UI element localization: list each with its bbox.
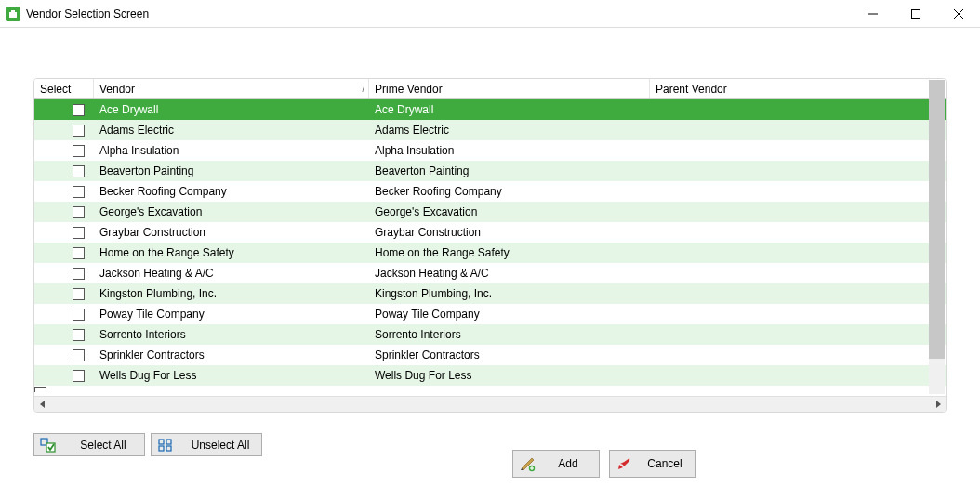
titlebar: Vendor Selection Screen	[0, 0, 980, 28]
table-row[interactable]: Becker Roofing CompanyBecker Roofing Com…	[34, 181, 946, 202]
row-checkbox-cell[interactable]	[34, 161, 94, 181]
row-checkbox-cell[interactable]	[34, 140, 94, 161]
cell-prime-vendor: Wells Dug For Less	[369, 365, 650, 386]
table-row[interactable]: Wells Dug For LessWells Dug For Less	[34, 365, 946, 386]
cancel-label: Cancel	[645, 457, 684, 470]
cancel-button[interactable]: Cancel	[609, 450, 696, 478]
cell-parent-vendor	[650, 202, 946, 222]
row-checkbox-cell[interactable]	[34, 263, 94, 283]
row-checkbox[interactable]	[34, 387, 46, 392]
horizontal-scrollbar[interactable]	[34, 396, 946, 412]
window-title: Vendor Selection Screen	[26, 7, 149, 20]
window-controls	[852, 0, 980, 28]
row-checkbox-cell[interactable]	[34, 283, 94, 304]
cell-parent-vendor	[650, 161, 946, 181]
unselect-all-button[interactable]: Unselect All	[151, 433, 262, 456]
cell-vendor: Sprinkler Contractors	[94, 345, 369, 365]
close-button[interactable]	[937, 0, 980, 28]
cell-prime-vendor: Jackson Heating & A/C	[369, 263, 650, 283]
table-row[interactable]: Jackson Heating & A/CJackson Heating & A…	[34, 263, 946, 283]
cell-prime-vendor: Sorrento Interiors	[369, 324, 650, 345]
vertical-scroll-thumb[interactable]	[929, 80, 945, 359]
cell-parent-vendor	[650, 140, 946, 161]
row-checkbox-cell[interactable]	[34, 120, 94, 140]
table-row[interactable]: Sprinkler ContractorsSprinkler Contracto…	[34, 345, 946, 365]
select-all-button[interactable]: Select All	[33, 433, 145, 456]
unselect-all-icon	[157, 437, 174, 453]
cell-prime-vendor: Ace Drywall	[369, 99, 650, 120]
cell-prime-vendor: Kingston Plumbing, Inc.	[369, 283, 650, 304]
cell-vendor: Kingston Plumbing, Inc.	[94, 283, 369, 304]
cell-prime-vendor: Home on the Range Safety	[369, 243, 650, 263]
cell-parent-vendor	[650, 304, 946, 324]
row-checkbox-cell[interactable]	[34, 345, 94, 365]
row-checkbox[interactable]	[73, 349, 85, 361]
cell-prime-vendor: Becker Roofing Company	[369, 181, 650, 202]
cell-vendor: Alpha Insulation	[94, 140, 369, 161]
row-checkbox[interactable]	[73, 125, 85, 137]
cell-vendor: Jackson Heating & A/C	[94, 263, 369, 283]
row-checkbox-cell[interactable]	[34, 324, 94, 345]
row-checkbox[interactable]	[73, 309, 85, 321]
row-checkbox[interactable]	[73, 247, 85, 259]
minimize-button[interactable]	[852, 0, 894, 28]
row-checkbox-cell[interactable]	[34, 181, 94, 202]
row-checkbox[interactable]	[73, 227, 85, 239]
maximize-button[interactable]	[894, 0, 937, 28]
row-checkbox[interactable]	[73, 145, 85, 157]
table-row[interactable]	[34, 386, 946, 395]
row-checkbox[interactable]	[73, 186, 85, 198]
table-row[interactable]: Sorrento InteriorsSorrento Interiors	[34, 324, 946, 345]
cell-parent-vendor	[650, 120, 946, 140]
row-checkbox-cell[interactable]	[34, 202, 94, 222]
row-checkbox-cell[interactable]	[34, 222, 94, 243]
column-header-vendor[interactable]: Vendor /	[94, 79, 369, 98]
vertical-scrollbar[interactable]	[929, 80, 945, 394]
table-row[interactable]: Kingston Plumbing, Inc.Kingston Plumbing…	[34, 283, 946, 304]
cell-vendor: Adams Electric	[94, 120, 369, 140]
row-checkbox-cell[interactable]	[34, 386, 94, 395]
column-header-select[interactable]: Select	[34, 79, 94, 98]
cell-parent-vendor	[650, 365, 946, 386]
cancel-icon	[616, 455, 632, 472]
cell-vendor: Becker Roofing Company	[94, 181, 369, 202]
add-button[interactable]: Add	[512, 450, 600, 478]
cell-parent-vendor	[650, 263, 946, 283]
vendor-grid: Select Vendor / Prime Vendor Parent Vend…	[33, 78, 947, 413]
row-checkbox[interactable]	[73, 329, 85, 341]
table-row[interactable]: Adams ElectricAdams Electric	[34, 120, 946, 140]
row-checkbox[interactable]	[73, 206, 85, 218]
column-header-parent-vendor[interactable]: Parent Vendor	[650, 79, 946, 98]
table-row[interactable]: Beaverton PaintingBeaverton Painting	[34, 161, 946, 181]
column-header-vendor-label: Vendor	[99, 83, 135, 96]
table-row[interactable]: George's ExcavationGeorge's Excavation	[34, 202, 946, 222]
row-checkbox-cell[interactable]	[34, 243, 94, 263]
unselect-all-label: Unselect All	[191, 439, 250, 452]
app-icon	[6, 7, 20, 21]
row-checkbox-cell[interactable]	[34, 365, 94, 386]
svg-rect-11	[166, 440, 171, 444]
table-row[interactable]: Ace DrywallAce Drywall	[34, 99, 946, 120]
table-row[interactable]: Home on the Range SafetyHome on the Rang…	[34, 243, 946, 263]
cell-parent-vendor	[650, 243, 946, 263]
column-header-prime-vendor[interactable]: Prime Vendor	[369, 79, 650, 98]
row-checkbox[interactable]	[73, 288, 85, 300]
cell-prime-vendor: Beaverton Painting	[369, 161, 650, 181]
cell-vendor: Beaverton Painting	[94, 161, 369, 181]
table-row[interactable]: Graybar ConstructionGraybar Construction	[34, 222, 946, 243]
grid-header: Select Vendor / Prime Vendor Parent Vend…	[34, 79, 946, 99]
row-checkbox[interactable]	[73, 268, 85, 280]
table-row[interactable]: Alpha InsulationAlpha Insulation	[34, 140, 946, 161]
cell-vendor: Ace Drywall	[94, 99, 369, 120]
row-checkbox[interactable]	[73, 370, 85, 382]
table-row[interactable]: Poway Tile CompanyPoway Tile Company	[34, 304, 946, 324]
row-checkbox-cell[interactable]	[34, 304, 94, 324]
grid-rows: Ace DrywallAce DrywallAdams ElectricAdam…	[34, 99, 946, 396]
cell-vendor: Home on the Range Safety	[94, 243, 369, 263]
row-checkbox[interactable]	[73, 165, 85, 177]
cell-vendor: Wells Dug For Less	[94, 365, 369, 386]
scroll-right-icon[interactable]	[930, 397, 946, 413]
scroll-left-icon[interactable]	[34, 397, 50, 413]
row-checkbox[interactable]	[73, 104, 85, 116]
row-checkbox-cell[interactable]	[34, 99, 94, 120]
